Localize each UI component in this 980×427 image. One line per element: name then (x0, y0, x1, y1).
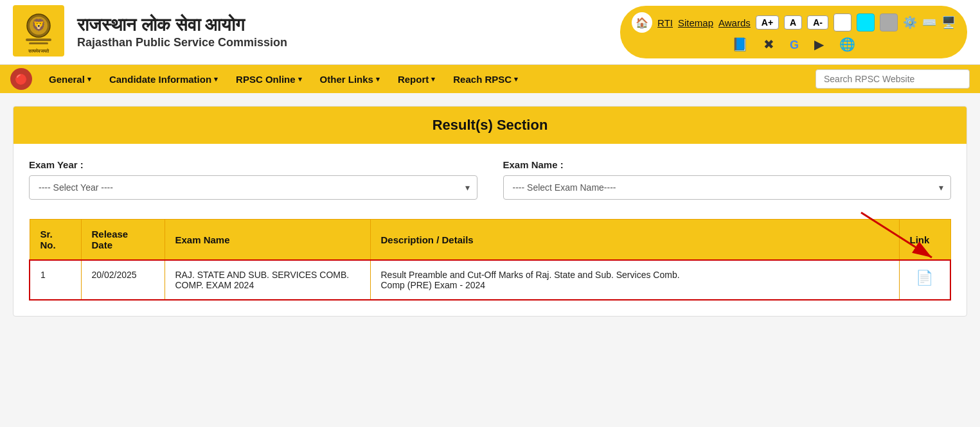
nav-general[interactable]: General ▾ (40, 67, 100, 91)
cell-exam-name: RAJ. STATE AND SUB. SERVICES COMB.COMP. … (165, 260, 370, 300)
results-body: Exam Year : ---- Select Year ---- ▾ Exam… (13, 144, 967, 316)
facebook-icon[interactable]: 📘 (732, 37, 748, 52)
english-title: Rajasthan Public Service Commission (77, 36, 607, 49)
globe-icon[interactable]: 🌐 (839, 37, 855, 52)
col-header-description: Description / Details (370, 220, 899, 261)
monitor-icon[interactable]: 🖥️ (941, 15, 956, 30)
sitemap-link[interactable]: Sitemap (678, 17, 713, 28)
main-content: Result(s) Section Exam Year : ---- Selec… (0, 93, 980, 329)
results-section: Result(s) Section Exam Year : ---- Selec… (13, 106, 967, 317)
header-controls: 🏠 RTI Sitemap Awards A+ A A- ⚙️ ⌨️ 🖥️ 📘 … (620, 6, 967, 58)
general-dropdown-arrow: ▾ (87, 75, 91, 83)
x-twitter-icon[interactable]: ✖ (763, 37, 774, 52)
candidate-info-dropdown-arrow: ▾ (214, 75, 218, 83)
site-title: राजस्थान लोक सेवा आयोग Rajasthan Public … (77, 15, 607, 49)
keyboard-icon[interactable]: ⌨️ (922, 15, 936, 30)
font-increase-button[interactable]: A+ (756, 15, 779, 30)
controls-top-row: 🏠 RTI Sitemap Awards A+ A A- ⚙️ ⌨️ 🖥️ (632, 12, 956, 33)
cell-release-date: 20/02/2025 (81, 260, 165, 300)
table-row: 1 20/02/2025 RAJ. STATE AND SUB. SERVICE… (30, 260, 950, 300)
rti-link[interactable]: RTI (657, 17, 673, 28)
font-decrease-button[interactable]: A- (807, 15, 828, 30)
nav-other-links[interactable]: Other Links ▾ (311, 67, 389, 91)
col-header-link: Link (899, 220, 950, 261)
results-section-title: Result(s) Section (13, 107, 967, 144)
col-header-sr-no: Sr.No. (30, 220, 81, 261)
navbar-emblem: 🔴 (10, 68, 32, 90)
nav-reach-rpsc[interactable]: Reach RPSC ▾ (444, 67, 527, 91)
svg-rect-5 (29, 42, 48, 44)
exam-name-group: Exam Name : ---- Select Exam Name---- ▾ (503, 159, 952, 200)
home-button[interactable]: 🏠 (632, 12, 652, 33)
search-input[interactable] (815, 69, 970, 89)
font-normal-button[interactable]: A (784, 15, 802, 30)
col-header-exam-name: Exam Name (165, 220, 370, 261)
cell-link[interactable]: 📄 (899, 260, 950, 300)
rpsc-online-dropdown-arrow: ▾ (298, 75, 302, 83)
table-body: 1 20/02/2025 RAJ. STATE AND SUB. SERVICE… (30, 260, 950, 300)
reach-rpsc-dropdown-arrow: ▾ (514, 75, 518, 83)
exam-year-select[interactable]: ---- Select Year ---- (29, 175, 477, 200)
exam-name-select[interactable]: ---- Select Exam Name---- (503, 175, 952, 200)
svg-text:🦁: 🦁 (31, 18, 46, 32)
exam-name-select-wrapper: ---- Select Exam Name---- ▾ (503, 175, 952, 200)
awards-link[interactable]: Awards (718, 17, 751, 28)
site-header: 🦁 सत्यमेव जयते राजस्थान लोक सेवा आयोग Ra… (0, 0, 980, 65)
exam-year-select-wrapper: ---- Select Year ---- ▾ (29, 175, 477, 200)
main-navbar: 🔴 General ▾ Candidate Information ▾ RPSC… (0, 65, 980, 93)
table-header: Sr.No. ReleaseDate Exam Name Description… (30, 220, 950, 261)
cell-description: Result Preamble and Cut-Off Marks of Raj… (370, 260, 899, 300)
other-links-dropdown-arrow: ▾ (376, 75, 380, 83)
exam-name-label: Exam Name : (503, 159, 952, 170)
color-gray-button[interactable] (880, 13, 898, 31)
download-link-icon[interactable]: 📄 (916, 270, 933, 286)
col-header-release-date: ReleaseDate (81, 220, 165, 261)
nav-report[interactable]: Report ▾ (389, 67, 444, 91)
exam-year-label: Exam Year : (29, 159, 477, 170)
google-icon[interactable]: G (790, 37, 799, 52)
svg-rect-4 (26, 39, 51, 41)
results-table: Sr.No. ReleaseDate Exam Name Description… (29, 219, 951, 301)
emblem: 🦁 सत्यमेव जयते (13, 5, 64, 59)
youtube-icon[interactable]: ▶ (814, 37, 824, 52)
nav-candidate-info[interactable]: Candidate Information ▾ (100, 67, 227, 91)
color-white-button[interactable] (833, 13, 851, 31)
exam-year-group: Exam Year : ---- Select Year ---- ▾ (29, 159, 477, 200)
cell-sr-no: 1 (30, 260, 81, 300)
report-dropdown-arrow: ▾ (431, 75, 435, 83)
svg-text:सत्यमेव जयते: सत्यमेव जयते (28, 48, 50, 53)
color-cyan-button[interactable] (857, 13, 875, 31)
controls-bottom-row: 📘 ✖ G ▶ 🌐 (732, 37, 855, 52)
settings-icon[interactable]: ⚙️ (903, 15, 917, 30)
nav-rpsc-online[interactable]: RPSC Online ▾ (227, 67, 311, 91)
hindi-title: राजस्थान लोक सेवा आयोग (77, 15, 607, 36)
filter-form: Exam Year : ---- Select Year ---- ▾ Exam… (29, 159, 951, 200)
